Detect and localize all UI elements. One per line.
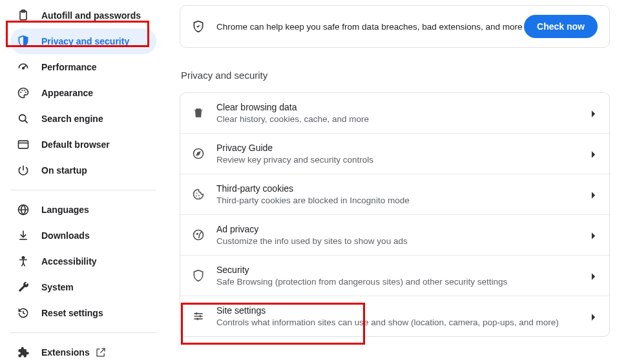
row-title: Security	[216, 265, 583, 275]
sidebar-divider	[10, 190, 156, 190]
sidebar-item-label: Languages	[41, 205, 89, 215]
svg-point-7	[19, 115, 26, 121]
palette-icon	[17, 86, 30, 99]
extension-puzzle-icon	[17, 346, 30, 359]
accessibility-icon	[17, 255, 30, 268]
row-privacy-guide[interactable]: Privacy Guide Review key privacy and sec…	[180, 134, 609, 174]
row-title: Site settings	[216, 305, 583, 316]
chevron-right-icon	[591, 314, 596, 319]
sidebar-item-extensions[interactable]: Extensions	[10, 339, 156, 364]
svg-rect-8	[19, 141, 28, 148]
row-subtitle: Clear history, cookies, cache, and more	[216, 114, 583, 124]
sidebar-item-privacy-security[interactable]: Privacy and security	[10, 28, 156, 54]
sidebar-item-label: Search engine	[41, 114, 103, 124]
sidebar-item-accessibility[interactable]: Accessibility	[10, 248, 156, 274]
row-subtitle: Third-party cookies are blocked in Incog…	[216, 196, 583, 205]
svg-point-5	[24, 90, 25, 91]
globe-icon	[17, 203, 30, 216]
sidebar-item-label: Extensions	[41, 347, 90, 358]
shield-check-icon	[192, 20, 205, 33]
svg-rect-18	[196, 312, 198, 314]
sidebar-item-label: Performance	[41, 62, 97, 72]
row-subtitle: Controls what information sites can use …	[216, 318, 583, 327]
svg-point-10	[22, 257, 24, 259]
sidebar-item-autofill[interactable]: Autofill and passwords	[10, 3, 156, 28]
settings-sidebar: Autofill and passwords Privacy and secur…	[0, 0, 162, 364]
chevron-right-icon	[591, 151, 596, 156]
svg-point-6	[25, 92, 26, 93]
svg-rect-19	[200, 315, 202, 317]
sidebar-item-label: Default browser	[41, 139, 110, 150]
sidebar-item-appearance[interactable]: Appearance	[10, 80, 156, 106]
shield-icon	[17, 35, 30, 48]
row-clear-browsing-data[interactable]: Clear browsing data Clear history, cooki…	[180, 93, 609, 134]
sidebar-item-search-engine[interactable]: Search engine	[10, 106, 156, 132]
row-title: Clear browsing data	[216, 102, 583, 112]
restore-icon	[17, 307, 30, 319]
check-now-button[interactable]: Check now	[524, 15, 598, 38]
sidebar-item-reset-settings[interactable]: Reset settings	[10, 300, 156, 326]
wrench-icon	[17, 281, 30, 294]
svg-point-2	[23, 67, 25, 69]
sidebar-item-label: Privacy and security	[41, 36, 129, 46]
svg-point-3	[20, 92, 21, 93]
banner-text: Chrome can help keep you safe from data …	[216, 22, 524, 32]
browser-window-icon	[17, 138, 30, 151]
svg-point-12	[196, 192, 198, 194]
ad-privacy-icon	[192, 228, 205, 241]
chevron-right-icon	[591, 192, 596, 197]
chevron-right-icon	[591, 110, 596, 116]
sidebar-item-default-browser[interactable]: Default browser	[10, 132, 156, 157]
chevron-right-icon	[591, 232, 596, 238]
sidebar-item-label: Reset settings	[41, 308, 103, 318]
sidebar-item-label: System	[41, 282, 74, 292]
sidebar-item-label: Accessibility	[41, 256, 97, 267]
shield-icon	[192, 269, 205, 282]
sidebar-item-label: Downloads	[41, 230, 90, 241]
svg-point-13	[196, 196, 197, 197]
sliders-icon	[192, 310, 205, 323]
sidebar-item-on-startup[interactable]: On startup	[10, 157, 156, 183]
sidebar-item-label: Autofill and passwords	[41, 10, 141, 21]
svg-point-15	[199, 197, 200, 198]
compass-icon	[192, 147, 205, 160]
cookie-icon	[192, 188, 205, 201]
sidebar-item-label: Appearance	[41, 88, 93, 98]
row-security[interactable]: Security Safe Browsing (protection from …	[180, 256, 609, 296]
speedometer-icon	[17, 61, 30, 74]
row-subtitle: Safe Browsing (protection from dangerous…	[216, 277, 583, 287]
row-ad-privacy[interactable]: Ad privacy Customize the info used by si…	[180, 215, 609, 256]
row-site-settings[interactable]: Site settings Controls what information …	[180, 296, 609, 336]
download-icon	[17, 229, 30, 242]
svg-point-17	[196, 233, 198, 235]
row-subtitle: Customize the info used by sites to show…	[216, 236, 583, 246]
row-title: Privacy Guide	[216, 143, 583, 153]
row-third-party-cookies[interactable]: Third-party cookies Third-party cookies …	[180, 174, 609, 215]
sidebar-item-languages[interactable]: Languages	[10, 197, 156, 223]
svg-point-14	[198, 195, 200, 196]
sidebar-divider	[10, 332, 156, 333]
svg-point-4	[21, 90, 23, 91]
section-title: Privacy and security	[180, 70, 610, 81]
svg-point-16	[194, 230, 204, 240]
open-in-new-icon	[95, 347, 107, 358]
sidebar-item-downloads[interactable]: Downloads	[10, 223, 156, 248]
chevron-right-icon	[591, 273, 596, 278]
sidebar-item-label: On startup	[41, 165, 87, 176]
trash-icon	[192, 106, 205, 119]
search-icon	[17, 112, 30, 125]
privacy-card: Clear browsing data Clear history, cooki…	[180, 92, 610, 337]
svg-rect-20	[197, 318, 199, 320]
main-content: Chrome can help keep you safe from data …	[162, 0, 628, 364]
row-title: Third-party cookies	[216, 183, 583, 194]
safety-check-banner: Chrome can help keep you safe from data …	[180, 5, 610, 48]
row-subtitle: Review key privacy and security controls	[216, 155, 583, 165]
clipboard-icon	[17, 9, 30, 22]
power-icon	[17, 164, 30, 177]
sidebar-item-performance[interactable]: Performance	[10, 54, 156, 80]
row-title: Ad privacy	[216, 224, 583, 234]
sidebar-item-system[interactable]: System	[10, 274, 156, 300]
